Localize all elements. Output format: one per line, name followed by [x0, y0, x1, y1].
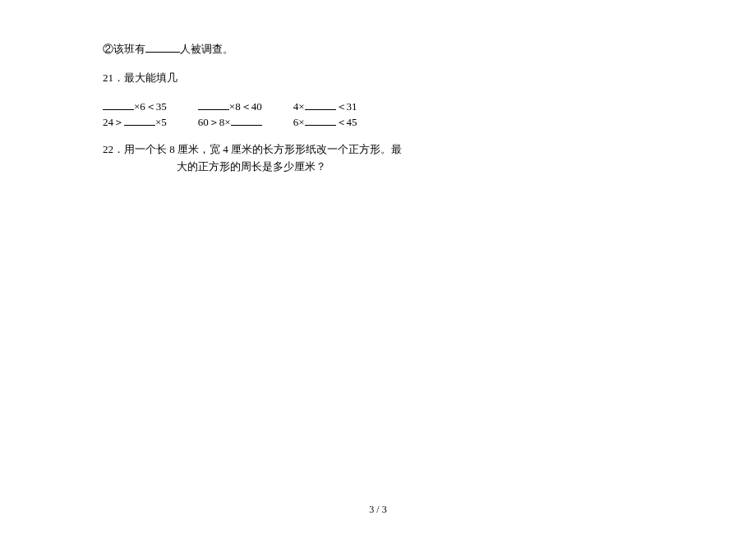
blank-input[interactable] [103, 99, 134, 110]
q22-label: 22． [103, 143, 124, 155]
q21-cell: ×6＜35 [103, 99, 167, 114]
text: ×5 [155, 116, 167, 128]
blank-input[interactable] [198, 99, 229, 110]
text: 60＞8× [198, 116, 231, 128]
blank-input[interactable] [305, 114, 336, 126]
q21-cell: 4×＜31 [293, 99, 357, 114]
question-22: 22．用一个长 8 厘米，宽 4 厘米的长方形形纸改一个正方形。最 大的正方形的… [103, 141, 653, 176]
document-page: ②该班有人被调查。 21．最大能填几 ×6＜35 ×8＜40 4×＜31 24＞… [0, 0, 756, 204]
blank-input[interactable] [124, 114, 155, 126]
text: 4× [293, 100, 305, 113]
text: ＜31 [336, 100, 357, 113]
text: 6× [293, 116, 305, 128]
text: ×8＜40 [229, 100, 262, 113]
text: ×6＜35 [134, 100, 167, 113]
question-21-label: 21．最大能填几 [103, 70, 653, 87]
q20b-prefix: ②该班有 [103, 43, 145, 55]
blank-input[interactable] [231, 114, 262, 126]
blank-input[interactable] [305, 99, 336, 110]
blank-input[interactable] [145, 41, 180, 53]
q21-cell: 24＞×5 [103, 114, 167, 130]
q21-cell: 6×＜45 [293, 114, 357, 130]
q21-row-1: ×6＜35 ×8＜40 4×＜31 [103, 99, 653, 114]
q21-row-2: 24＞×5 60＞8× 6×＜45 [103, 114, 653, 130]
text: 24＞ [103, 116, 124, 128]
q22-line1: 用一个长 8 厘米，宽 4 厘米的长方形形纸改一个正方形。最 [124, 143, 402, 155]
question-20b: ②该班有人被调查。 [103, 41, 653, 58]
page-footer: 3 / 3 [0, 504, 756, 516]
q21-cell: 60＞8× [198, 114, 262, 130]
q22-line2: 大的正方形的周长是多少厘米？ [177, 159, 653, 176]
q21-cell: ×8＜40 [198, 99, 262, 114]
text: ＜45 [336, 116, 357, 128]
question-21-grid: ×6＜35 ×8＜40 4×＜31 24＞×5 60＞8× 6×＜45 [103, 99, 653, 130]
q20b-suffix: 人被调查。 [180, 43, 233, 55]
